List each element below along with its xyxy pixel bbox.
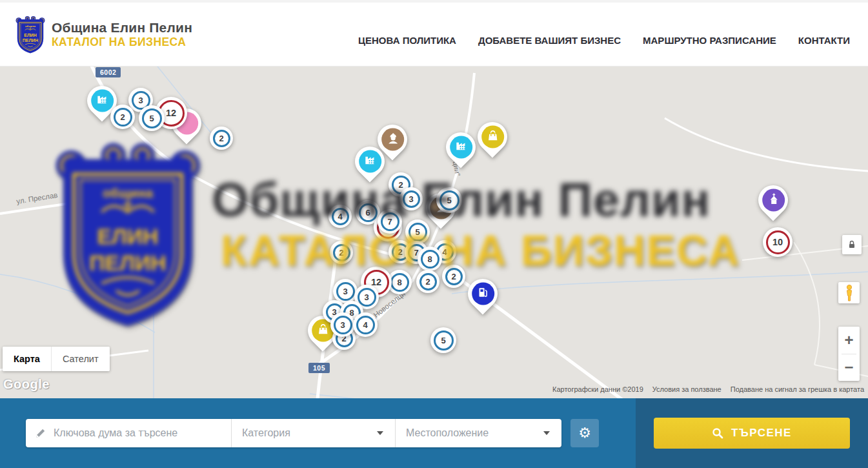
zoom-in-button[interactable]: +: [838, 327, 860, 354]
cluster-marker[interactable]: 10: [763, 227, 792, 257]
search-bar-left-panel: Категория Местоположение ⚙: [0, 398, 636, 468]
building-pin-marker[interactable]: [446, 132, 476, 162]
church-pin-marker[interactable]: [758, 185, 788, 215]
map-attribution: Картографски данни ©2019 Условия за полз…: [552, 385, 864, 393]
fuel-icon: [477, 287, 489, 301]
search-group: Категория Местоположение: [26, 419, 561, 447]
zoom-out-button[interactable]: −: [838, 354, 860, 381]
nav-item-route-schedule[interactable]: МАРШРУТНО РАЗПИСАНИЕ: [643, 35, 776, 46]
cluster-marker[interactable]: 3: [333, 279, 358, 303]
building-icon: [96, 93, 109, 109]
church-icon: [767, 192, 780, 208]
header: община ЕЛИН ПЕЛИН Община Елин Пелин КАТА…: [0, 0, 868, 66]
building-icon: [363, 154, 377, 170]
map-canvas[interactable]: 6002105ул. Преславбул. „Новоселци“ции“31…: [0, 66, 868, 398]
site-title: Община Елин Пелин: [52, 20, 192, 36]
svg-text:ЕЛИН: ЕЛИН: [24, 33, 36, 37]
pencil-icon: [35, 427, 46, 439]
lock-control[interactable]: [842, 235, 862, 254]
building-icon: [454, 139, 468, 156]
bag-icon: [487, 130, 499, 145]
search-icon: [712, 427, 723, 439]
cluster-marker[interactable]: 5: [436, 187, 462, 213]
map-type-map-button[interactable]: Карта: [3, 347, 51, 371]
site-subtitle: КАТАЛОГ НА БИЗНЕСА: [52, 36, 192, 48]
location-select[interactable]: Местоположение: [395, 419, 561, 447]
main-nav: ЦЕНОВА ПОЛИТИКА ДОБАВЕТЕ ВАШИЯТ БИЗНЕС М…: [358, 35, 850, 46]
cluster-marker[interactable]: 2: [330, 241, 353, 264]
search-bar-right-panel: ТЪРСЕНЕ: [636, 398, 868, 468]
bag-pin-marker[interactable]: [478, 122, 507, 152]
chevron-down-icon: [543, 431, 550, 435]
site-logo[interactable]: община ЕЛИН ПЕЛИН Община Елин Пелин КАТА…: [15, 14, 192, 54]
keyword-search-input[interactable]: [54, 427, 222, 439]
cluster-marker[interactable]: 3: [399, 187, 423, 210]
gear-icon: ⚙: [578, 425, 591, 442]
cluster-marker[interactable]: 5: [430, 327, 456, 353]
building-pin-marker[interactable]: [355, 147, 385, 176]
worker-icon: [386, 132, 399, 147]
map-type-control: Карта Сателит: [3, 347, 110, 371]
pegman-icon: [844, 284, 854, 302]
nav-item-contacts[interactable]: КОНТАКТИ: [798, 35, 850, 46]
cluster-marker[interactable]: 4: [353, 312, 378, 337]
markers-layer: 31225223564127542782228123338234510: [0, 66, 868, 398]
attribution-terms-link[interactable]: Условия за ползване: [652, 385, 722, 393]
bag-icon: [317, 323, 329, 338]
municipality-crest-logo: община ЕЛИН ПЕЛИН: [15, 14, 45, 54]
attribution-report-link[interactable]: Подаване на сигнал за грешка в картата: [731, 385, 864, 393]
zoom-control: + −: [838, 327, 860, 381]
fuel-pin-marker[interactable]: [468, 279, 498, 309]
cluster-marker[interactable]: 2: [442, 265, 465, 288]
lock-icon: [847, 239, 857, 250]
search-bar: Категория Местоположение ⚙ ТЪРСЕНЕ: [0, 398, 868, 468]
search-button[interactable]: ТЪРСЕНЕ: [654, 418, 850, 449]
cluster-marker[interactable]: 5: [139, 105, 165, 131]
street-view-pegman[interactable]: [838, 282, 860, 303]
cluster-marker[interactable]: 4: [328, 205, 352, 228]
cluster-marker[interactable]: 2: [416, 270, 439, 293]
cluster-marker[interactable]: 7: [378, 209, 402, 234]
keyword-field-wrap: [26, 419, 231, 447]
category-select[interactable]: Категория: [231, 419, 395, 447]
map-type-satellite-button[interactable]: Сателит: [51, 347, 110, 371]
cluster-marker[interactable]: 2: [110, 105, 135, 129]
svg-text:община: община: [25, 25, 36, 28]
cluster-marker[interactable]: 2: [210, 127, 233, 150]
attribution-copyright: Картографски данни ©2019: [552, 385, 643, 393]
svg-text:ПЕЛИН: ПЕЛИН: [23, 38, 38, 43]
chevron-down-icon: [377, 431, 383, 435]
cluster-marker[interactable]: 8: [418, 247, 442, 271]
cluster-marker[interactable]: 3: [330, 312, 355, 337]
google-logo[interactable]: Google: [3, 377, 50, 392]
nav-item-pricing[interactable]: ЦЕНОВА ПОЛИТИКА: [358, 35, 456, 46]
advanced-settings-button[interactable]: ⚙: [570, 419, 599, 447]
nav-item-add-business[interactable]: ДОБАВЕТЕ ВАШИЯТ БИЗНЕС: [478, 35, 621, 46]
